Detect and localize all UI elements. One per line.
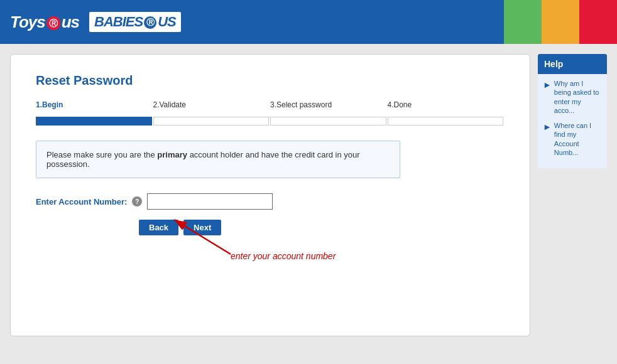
step-1: 1.Begin	[36, 100, 153, 112]
info-bold-text: primary	[157, 150, 187, 159]
annotation-area: enter your account number	[36, 248, 505, 292]
color-block-red	[579, 0, 617, 44]
svg-line-1	[174, 220, 231, 254]
help-sidebar-title: Help	[538, 54, 607, 74]
babies-text: BABIES	[94, 14, 143, 29]
step-2: 2.Validate	[153, 100, 271, 112]
help-body: ► Why am I being asked to enter my acco.…	[538, 74, 607, 168]
progress-bar-1	[36, 117, 152, 126]
tru-r-icon: Ⓡ	[46, 16, 60, 30]
us-text: us	[62, 13, 79, 31]
account-number-input[interactable]	[147, 193, 273, 210]
help-sidebar: Help ► Why am I being asked to enter my …	[538, 54, 607, 168]
step-4: 4.Done	[388, 100, 505, 112]
logo-container: ToysⓇus BABIESⓇUS	[10, 12, 181, 32]
content-card: Reset Password 1.Begin 2.Validate 3.Sele…	[10, 54, 530, 336]
step-3-label: 3.Select password	[270, 100, 388, 109]
main-container: Reset Password 1.Begin 2.Validate 3.Sele…	[0, 44, 617, 346]
step-2-label: 2.Validate	[153, 100, 271, 109]
progress-bars	[36, 117, 505, 126]
info-box: Please make sure you are the primary acc…	[36, 141, 400, 178]
progress-bar-4	[388, 117, 504, 126]
help-bullet-2: ►	[543, 121, 552, 157]
help-item-2-text: Where can I find my Account Numb...	[554, 121, 602, 157]
progress-bar-2	[153, 117, 270, 126]
help-icon[interactable]: ?	[132, 196, 142, 206]
babiesrus-logo: BABIESⓇUS	[89, 12, 181, 32]
annotation-text: enter your account number	[231, 251, 336, 261]
header: ToysⓇus BABIESⓇUS	[0, 0, 617, 44]
toysrus-logo: ToysⓇus	[10, 13, 79, 32]
step-3: 3.Select password	[270, 100, 388, 112]
toys-text: Toys	[10, 13, 45, 31]
form-row: Enter Account Number: ?	[36, 193, 505, 210]
bru-r-icon: Ⓡ	[144, 16, 156, 29]
progress-bar-3	[270, 117, 386, 126]
account-number-label: Enter Account Number:	[36, 197, 127, 206]
help-item-2[interactable]: ► Where can I find my Account Numb...	[543, 121, 602, 157]
bru-us-text: US	[158, 14, 176, 29]
help-item-1-text: Why am I being asked to enter my acco...	[554, 79, 602, 115]
header-color-blocks	[504, 0, 617, 44]
help-item-1[interactable]: ► Why am I being asked to enter my acco.…	[543, 79, 602, 115]
help-bullet-1: ►	[543, 79, 552, 115]
step-4-label: 4.Done	[388, 100, 505, 109]
page-title: Reset Password	[36, 73, 505, 88]
info-text-before: Please make sure you are the	[46, 150, 157, 159]
step-1-label: 1.Begin	[36, 100, 153, 109]
steps-labels: 1.Begin 2.Validate 3.Select password 4.D…	[36, 100, 505, 112]
color-block-green	[504, 0, 542, 44]
color-block-orange	[542, 0, 579, 44]
